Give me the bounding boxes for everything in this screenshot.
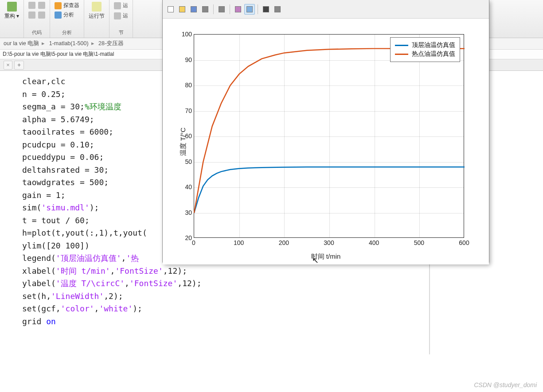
legend-swatch-2 bbox=[395, 54, 408, 55]
series-热点油温仿真值 bbox=[194, 49, 465, 213]
ytick: 40 bbox=[180, 183, 192, 190]
section-btn-1[interactable]: 运 bbox=[114, 2, 128, 9]
run-section-button[interactable]: 运行节 bbox=[89, 2, 105, 20]
plot-legend[interactable]: 顶层油温仿真值 热点油温仿真值 bbox=[390, 37, 460, 62]
figure-toolbar bbox=[163, 0, 489, 19]
figure-toolbar-print-icon[interactable] bbox=[200, 4, 211, 15]
ribbon-group-refactor: 重构 ▾ bbox=[0, 0, 24, 38]
figure-toolbar-save-icon[interactable] bbox=[188, 4, 199, 15]
figure-toolbar-box-icon[interactable] bbox=[272, 4, 283, 15]
section-btn-2[interactable]: 运 bbox=[114, 12, 128, 19]
ytick: 60 bbox=[180, 132, 192, 140]
figure-window[interactable]: 顶层油温仿真值 热点油温仿真值 时间 t/min 温度 T/°C 0100200… bbox=[162, 0, 489, 264]
ytick: 20 bbox=[180, 234, 192, 241]
refactor-icon bbox=[7, 2, 17, 12]
refactor-label: 重构 bbox=[4, 13, 15, 19]
ytick: 30 bbox=[180, 209, 192, 216]
code-icon-3[interactable] bbox=[28, 12, 35, 19]
ytick: 70 bbox=[180, 107, 192, 114]
figure-toolbar-new-icon[interactable] bbox=[165, 4, 176, 15]
section-group-label: 节 bbox=[119, 29, 124, 36]
legend-label-1: 顶层油温仿真值 bbox=[412, 41, 455, 49]
code-icon-1[interactable] bbox=[28, 2, 35, 9]
legend-swatch-1 bbox=[395, 45, 408, 46]
xtick: 600 bbox=[459, 239, 469, 246]
run-section-label: 运行节 bbox=[89, 12, 105, 20]
watermark: CSDN @studyer_domi bbox=[474, 381, 537, 388]
xtick: 0 bbox=[192, 239, 195, 246]
ribbon-group-code: 代码 bbox=[24, 0, 50, 38]
run-section-icon bbox=[92, 2, 102, 12]
ribbon-group-analyze: 探查器 分析 分析 bbox=[50, 0, 84, 38]
ytick: 100 bbox=[180, 31, 192, 38]
code-group-label: 代码 bbox=[32, 29, 42, 36]
ytick: 50 bbox=[180, 158, 192, 165]
analyze-group-label: 分析 bbox=[62, 29, 72, 36]
refactor-button[interactable]: 重构 ▾ bbox=[4, 2, 19, 20]
xtick: 500 bbox=[414, 239, 424, 246]
ytick: 90 bbox=[180, 56, 192, 63]
profiler-button[interactable]: 探查器 bbox=[55, 2, 79, 9]
xtick: 100 bbox=[234, 239, 244, 246]
analyze-icon bbox=[55, 12, 62, 19]
plot-xlabel: 时间 t/min bbox=[311, 252, 341, 261]
path-text: D:\5-pour la vie 电脑\5-pour la vie 电脑\1-m… bbox=[3, 51, 114, 57]
code-icon-2[interactable] bbox=[38, 2, 45, 9]
analyze-button[interactable]: 分析 bbox=[55, 11, 74, 19]
legend-label-2: 热点油温仿真值 bbox=[412, 50, 455, 58]
ribbon-group-run: 运行节 bbox=[84, 0, 109, 38]
figure-toolbar-open-icon[interactable] bbox=[177, 4, 188, 15]
plot-axes[interactable]: 顶层油温仿真值 热点油温仿真值 bbox=[194, 34, 464, 238]
tab-close-button[interactable]: × bbox=[4, 61, 12, 70]
ribbon-group-section: 运 运 节 bbox=[109, 0, 133, 38]
figure-toolbar-copy-icon[interactable] bbox=[216, 4, 227, 15]
xtick: 300 bbox=[324, 239, 334, 246]
section-icon-1 bbox=[114, 2, 121, 9]
figure-toolbar-toggle1-icon[interactable] bbox=[233, 4, 243, 15]
tab-add-button[interactable]: + bbox=[14, 61, 24, 70]
xtick: 400 bbox=[369, 239, 379, 246]
plot-ylabel: 温度 T/°C bbox=[179, 127, 188, 155]
profiler-icon bbox=[55, 2, 62, 9]
ytick: 80 bbox=[180, 82, 192, 89]
section-icon-2 bbox=[114, 12, 121, 19]
figure-toolbar-toggle2-icon[interactable] bbox=[244, 4, 255, 15]
figure-toolbar-pointer-icon[interactable] bbox=[261, 4, 271, 15]
series-顶层油温仿真值 bbox=[194, 167, 465, 213]
xtick: 200 bbox=[279, 239, 289, 246]
code-icon-4[interactable] bbox=[38, 12, 45, 19]
figure-plot-area: 顶层油温仿真值 热点油温仿真值 时间 t/min 温度 T/°C 0100200… bbox=[163, 19, 489, 264]
